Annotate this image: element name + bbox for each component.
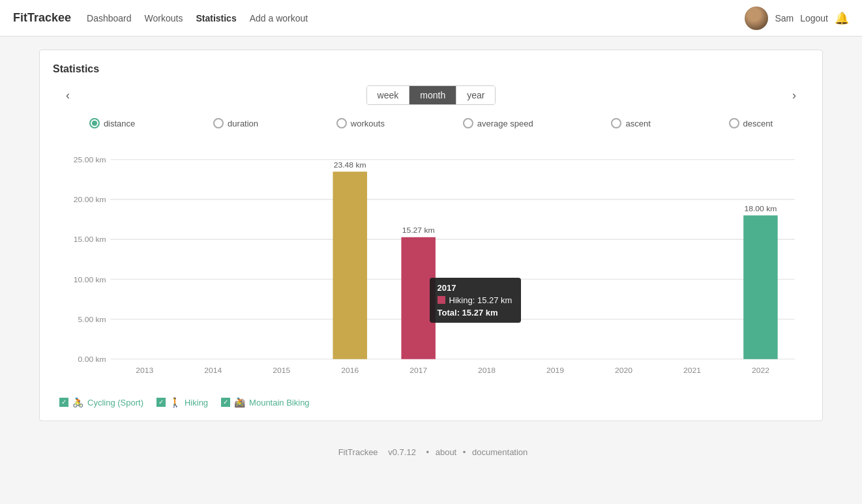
metrics-row: distancedurationworkoutsaverage speedasc… [53, 118, 809, 128]
svg-rect-25 [743, 215, 777, 359]
svg-text:20.00 km: 20.00 km [74, 195, 106, 204]
legend: 🚴Cycling (Sport)🚶Hiking🚵Mountain Biking [53, 397, 809, 408]
legend-item-mountain-biking[interactable]: 🚵Mountain Biking [221, 397, 310, 408]
time-btn-month[interactable]: month [409, 86, 456, 104]
username: Sam [775, 13, 794, 23]
legend-checkbox[interactable] [156, 398, 166, 407]
time-btn-year[interactable]: year [456, 86, 495, 104]
legend-sport-icon: 🚶 [170, 397, 181, 408]
svg-rect-18 [401, 237, 435, 359]
chart-area: 0.00 km5.00 km10.00 km15.00 km20.00 km25… [53, 139, 809, 387]
footer-about[interactable]: about [436, 447, 457, 457]
svg-text:0.00 km: 0.00 km [78, 355, 106, 364]
brand-logo[interactable]: FitTrackee [13, 11, 71, 25]
prev-arrow[interactable]: ‹ [66, 89, 70, 102]
radio-circle [729, 118, 739, 128]
svg-text:15.00 km: 15.00 km [74, 235, 106, 245]
nav-right: Sam Logout 🔔 [745, 7, 849, 30]
metric-label: ascent [625, 119, 650, 128]
svg-text:2014: 2014 [204, 366, 222, 375]
svg-text:2018: 2018 [478, 366, 496, 375]
footer-documentation[interactable]: documentation [472, 447, 528, 457]
chart-svg: 0.00 km5.00 km10.00 km15.00 km20.00 km25… [53, 139, 809, 387]
footer-brand: FitTrackee [338, 447, 378, 457]
svg-text:2022: 2022 [752, 366, 769, 375]
radio-circle [463, 118, 473, 128]
metric-label: descent [743, 119, 773, 128]
svg-text:2013: 2013 [136, 366, 153, 375]
svg-rect-15 [333, 171, 366, 359]
nav-link-dashboard[interactable]: Dashboard [87, 13, 132, 23]
avatar [745, 7, 768, 30]
legend-sport-icon: 🚵 [234, 397, 245, 408]
svg-text:2021: 2021 [683, 366, 701, 375]
footer: FitTrackee v0.7.12 • about • documentati… [0, 434, 862, 470]
svg-text:10.00 km: 10.00 km [74, 275, 106, 284]
svg-text:2016: 2016 [341, 366, 359, 375]
notifications-icon[interactable]: 🔔 [835, 11, 849, 25]
page-title: Statistics [53, 63, 809, 75]
footer-separator-1: • [426, 447, 430, 457]
time-controls: ‹ weekmonthyear › [53, 85, 809, 105]
legend-checkbox[interactable] [59, 398, 68, 407]
nav-link-statistics[interactable]: Statistics [196, 13, 236, 23]
radio-circle [611, 118, 621, 128]
legend-label: Cycling (Sport) [87, 398, 143, 408]
metric-ascent[interactable]: ascent [611, 118, 650, 128]
svg-text:2015: 2015 [273, 366, 290, 375]
metric-distance[interactable]: distance [89, 118, 135, 128]
svg-text:23.48 km: 23.48 km [334, 160, 366, 170]
svg-text:25.00 km: 25.00 km [74, 155, 106, 164]
navbar: FitTrackee DashboardWorkoutsStatisticsAd… [0, 0, 862, 37]
nav-links: DashboardWorkoutsStatisticsAdd a workout [87, 13, 729, 23]
time-button-group: weekmonthyear [366, 85, 496, 105]
main-content: Statistics ‹ weekmonthyear › distancedur… [0, 37, 862, 434]
svg-text:2017: 2017 [409, 366, 427, 375]
legend-label: Hiking [185, 398, 208, 408]
metric-duration[interactable]: duration [213, 118, 258, 128]
nav-link-workouts[interactable]: Workouts [145, 13, 183, 23]
metric-label: duration [228, 119, 258, 128]
footer-separator-2: • [463, 447, 466, 457]
metric-label: distance [104, 119, 135, 128]
metric-workouts[interactable]: workouts [336, 118, 385, 128]
svg-text:2019: 2019 [546, 366, 564, 375]
footer-version: v0.7.12 [388, 447, 416, 457]
svg-text:5.00 km: 5.00 km [78, 315, 106, 324]
nav-link-add-a-workout[interactable]: Add a workout [250, 13, 308, 23]
radio-circle [336, 118, 347, 128]
metric-average-speed[interactable]: average speed [463, 118, 533, 128]
legend-sport-icon: 🚴 [72, 397, 83, 408]
metric-label: workouts [351, 119, 385, 128]
svg-text:18.00 km: 18.00 km [744, 204, 777, 213]
legend-item-hiking[interactable]: 🚶Hiking [156, 397, 208, 408]
next-arrow[interactable]: › [792, 89, 796, 102]
legend-checkbox[interactable] [221, 398, 230, 407]
svg-text:2020: 2020 [615, 366, 632, 375]
svg-text:15.27 km: 15.27 km [402, 226, 435, 235]
statistics-card: Statistics ‹ weekmonthyear › distancedur… [39, 50, 823, 421]
time-btn-week[interactable]: week [367, 86, 410, 104]
metric-label: average speed [477, 119, 533, 128]
radio-circle [213, 118, 224, 128]
legend-label: Mountain Biking [249, 398, 310, 408]
metric-descent[interactable]: descent [729, 118, 773, 128]
logout-button[interactable]: Logout [800, 13, 828, 23]
radio-circle [89, 118, 100, 128]
legend-item-cycling-(sport)[interactable]: 🚴Cycling (Sport) [59, 397, 143, 408]
